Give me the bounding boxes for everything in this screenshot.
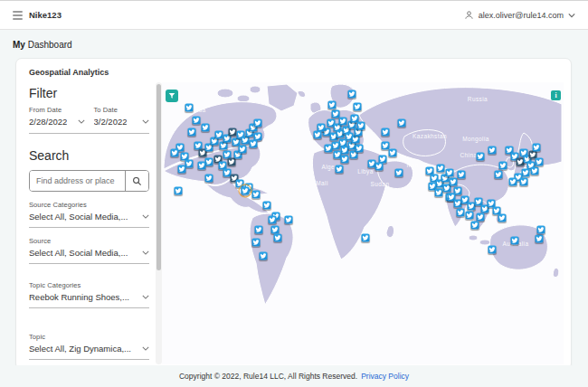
user-menu[interactable]: alex.oliver@rule14.com — [464, 10, 575, 20]
map-marker[interactable] — [375, 163, 384, 171]
twitter-bird-icon — [356, 146, 363, 152]
map-marker[interactable] — [274, 234, 282, 242]
map-marker[interactable] — [252, 191, 261, 199]
twitter-bird-icon — [489, 147, 496, 154]
map-marker[interactable] — [362, 234, 370, 242]
map-marker[interactable] — [450, 178, 458, 186]
map-marker[interactable] — [254, 119, 262, 127]
map-marker[interactable] — [357, 122, 365, 130]
twitter-bird-icon — [195, 143, 202, 149]
map-marker[interactable] — [228, 158, 236, 166]
topic-select[interactable]: Topic Select All, Zig Dynamica,... — [29, 333, 149, 360]
map-country-label: China — [460, 152, 478, 158]
map-marker[interactable] — [395, 169, 403, 177]
twitter-bird-icon — [363, 235, 369, 241]
map-marker[interactable] — [339, 118, 347, 126]
map-marker[interactable] — [193, 117, 201, 125]
from-date-select[interactable]: From Date 2/28/2022 — [29, 106, 85, 127]
map-marker[interactable] — [198, 162, 206, 170]
map-marker[interactable] — [255, 226, 263, 234]
map-marker[interactable] — [536, 158, 544, 166]
map-marker[interactable] — [511, 237, 519, 245]
map-marker[interactable] — [178, 165, 186, 174]
twitter-bird-icon — [340, 140, 346, 146]
map-marker[interactable] — [499, 162, 507, 170]
search-input[interactable] — [30, 171, 125, 191]
map-marker[interactable] — [389, 149, 397, 157]
map-marker[interactable] — [356, 145, 364, 153]
twitter-bird-icon — [399, 120, 405, 127]
map-marker[interactable] — [252, 239, 261, 247]
twitter-bird-icon — [458, 210, 464, 216]
map-country-label: Mali — [316, 180, 328, 186]
map-marker[interactable] — [250, 140, 258, 148]
map-marker[interactable] — [382, 128, 390, 137]
twitter-bird-icon — [380, 156, 386, 163]
map-marker[interactable] — [332, 142, 340, 150]
map-marker[interactable] — [205, 158, 213, 166]
map-marker[interactable] — [336, 165, 344, 174]
map-marker[interactable] — [536, 235, 544, 243]
map-marker[interactable] — [314, 131, 322, 139]
map-marker[interactable] — [175, 187, 183, 195]
map-info-button[interactable]: i — [551, 90, 561, 100]
user-icon — [464, 10, 474, 20]
map-marker[interactable] — [220, 142, 228, 150]
map-marker[interactable] — [171, 149, 179, 157]
source-categories-select[interactable]: Source Categories Select All, Social Med… — [29, 201, 149, 228]
map-marker[interactable] — [354, 103, 362, 111]
map-marker[interactable] — [471, 222, 479, 230]
map-marker[interactable] — [185, 160, 194, 168]
search-button[interactable] — [125, 171, 148, 191]
map-marker[interactable] — [520, 178, 528, 186]
map-marker[interactable] — [458, 171, 466, 179]
map-filter-button[interactable] — [166, 90, 178, 102]
map-marker[interactable] — [537, 226, 545, 234]
map-marker[interactable] — [498, 214, 507, 222]
map-marker[interactable] — [466, 212, 474, 220]
map-marker[interactable] — [269, 216, 277, 224]
panel-scrollbar[interactable] — [156, 82, 162, 364]
map-marker[interactable] — [328, 101, 337, 109]
map-marker[interactable] — [509, 178, 517, 186]
map-marker[interactable] — [437, 165, 445, 173]
map-marker[interactable] — [477, 213, 485, 222]
map-marker[interactable] — [260, 252, 268, 260]
map-marker[interactable] — [348, 90, 356, 99]
scrollbar-thumb[interactable] — [156, 84, 161, 270]
privacy-policy-link[interactable]: Privacy Policy — [361, 372, 409, 381]
map-marker[interactable] — [352, 136, 360, 144]
map-marker[interactable] — [488, 246, 497, 254]
map-marker[interactable] — [533, 144, 541, 152]
map-marker[interactable] — [457, 209, 465, 217]
map-marker[interactable] — [398, 119, 406, 127]
map-marker[interactable] — [522, 169, 530, 177]
to-date-select[interactable]: To Date 3/2/2022 — [94, 106, 150, 127]
map-marker[interactable] — [263, 202, 271, 210]
map-marker[interactable] — [242, 187, 250, 195]
map-marker[interactable] — [341, 156, 349, 164]
twitter-bird-icon — [358, 123, 365, 129]
map[interactable]: CanadaRussiaKazakhstanMongoliaChinaIranA… — [162, 82, 564, 364]
map-marker[interactable] — [229, 128, 237, 137]
map-marker[interactable] — [202, 124, 210, 132]
twitter-bird-icon — [438, 165, 444, 172]
map-marker[interactable] — [446, 169, 454, 177]
map-marker[interactable] — [495, 171, 503, 179]
map-marker[interactable] — [239, 146, 247, 154]
hamburger-menu-icon[interactable] — [13, 11, 23, 20]
map-marker[interactable] — [215, 131, 223, 139]
source-select[interactable]: Source Select All, Social Media,... — [29, 237, 149, 264]
map-marker[interactable] — [185, 104, 194, 112]
map-marker[interactable] — [488, 146, 497, 155]
map-marker[interactable] — [188, 128, 196, 137]
map-marker[interactable] — [531, 167, 539, 175]
map-marker[interactable] — [271, 226, 280, 234]
map-marker[interactable] — [285, 216, 293, 224]
map-marker[interactable] — [435, 189, 443, 197]
map-marker[interactable] — [477, 153, 485, 161]
map-marker[interactable] — [325, 145, 333, 153]
map-marker[interactable] — [242, 137, 250, 145]
topic-categories-select[interactable]: Topic Categories Reebok Running Shoes,..… — [29, 281, 149, 308]
map-marker[interactable] — [205, 175, 213, 183]
